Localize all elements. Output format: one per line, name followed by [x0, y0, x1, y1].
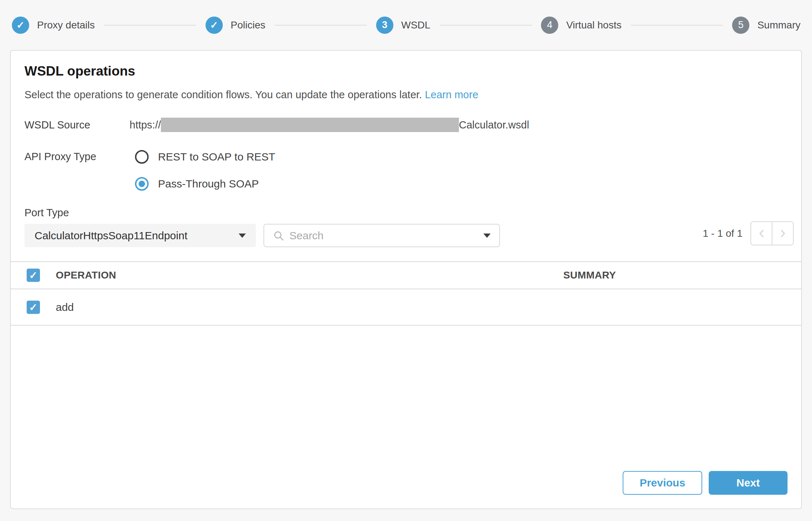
- step-number-badge: 4: [541, 17, 558, 34]
- step-virtual-hosts[interactable]: 4 Virtual hosts: [541, 17, 622, 34]
- step-summary[interactable]: 5 Summary: [732, 17, 800, 34]
- previous-page-button[interactable]: [751, 222, 772, 245]
- pager-group: [750, 221, 794, 245]
- step-label: Proxy details: [37, 19, 95, 31]
- row-checkbox[interactable]: ✓: [27, 300, 40, 314]
- summary-column-header: SUMMARY: [563, 269, 616, 281]
- redacted-url-block: [161, 118, 459, 132]
- radio-option-label: Pass-Through SOAP: [158, 178, 259, 190]
- step-connector: [104, 25, 196, 26]
- step-connector: [631, 25, 723, 26]
- caret-down-icon: [239, 234, 246, 238]
- next-button[interactable]: Next: [709, 471, 788, 495]
- step-complete-icon: ✓: [12, 17, 29, 34]
- search-icon: [273, 230, 284, 241]
- step-connector: [275, 25, 366, 26]
- port-type-selected-value: CalculatorHttpsSoap11Endpoint: [35, 230, 188, 242]
- subtitle-text: Select the operations to generate condit…: [24, 89, 422, 100]
- page-subtitle: Select the operations to generate condit…: [24, 89, 478, 101]
- operation-cell: add: [56, 301, 74, 313]
- step-complete-icon: ✓: [206, 17, 223, 34]
- step-wsdl[interactable]: 3 WSDL: [376, 17, 430, 34]
- step-number-badge: 3: [376, 17, 393, 34]
- api-proxy-type-label: API Proxy Type: [24, 151, 96, 163]
- step-policies[interactable]: ✓ Policies: [206, 17, 265, 34]
- next-page-button[interactable]: [772, 222, 793, 245]
- step-label: WSDL: [401, 19, 430, 31]
- search-input[interactable]: [289, 230, 483, 242]
- wsdl-source-label: WSDL Source: [24, 119, 130, 131]
- wsdl-url-prefix: https://: [130, 119, 161, 131]
- wsdl-operations-card: WSDL operations Select the operations to…: [10, 50, 802, 509]
- pagination-range: 1 - 1 of 1: [703, 228, 743, 239]
- radio-checked-icon[interactable]: [135, 177, 149, 191]
- select-all-checkbox[interactable]: ✓: [27, 269, 40, 282]
- previous-button[interactable]: Previous: [623, 471, 702, 495]
- check-icon: ✓: [29, 269, 37, 281]
- pagination: 1 - 1 of 1: [703, 221, 794, 245]
- radio-pass-through-soap[interactable]: Pass-Through SOAP: [135, 177, 259, 191]
- wsdl-source-row: WSDL Source https://Calculator.wsdl: [24, 117, 788, 133]
- radio-option-label: REST to SOAP to REST: [158, 151, 275, 163]
- port-type-select[interactable]: CalculatorHttpsSoap11Endpoint: [24, 224, 256, 247]
- port-type-label: Port Type: [24, 207, 69, 219]
- wsdl-source-value: https://Calculator.wsdl: [130, 118, 529, 132]
- page-title: WSDL operations: [24, 64, 135, 79]
- step-connector: [440, 25, 532, 26]
- step-number-badge: 5: [732, 17, 749, 34]
- radio-unchecked-icon[interactable]: [135, 150, 149, 164]
- step-label: Virtual hosts: [566, 19, 622, 31]
- radio-rest-to-soap-to-rest[interactable]: REST to SOAP to REST: [135, 150, 275, 164]
- radio-dot: [139, 181, 145, 187]
- chevron-right-icon: [777, 227, 789, 240]
- step-label: Policies: [231, 19, 265, 31]
- table-row[interactable]: ✓ add: [11, 289, 801, 326]
- operation-column-header: OPERATION: [56, 269, 116, 281]
- operations-table-header: ✓ OPERATION SUMMARY: [11, 261, 801, 289]
- check-icon: ✓: [29, 301, 37, 313]
- caret-down-icon: [483, 234, 491, 238]
- wizard-stepper: ✓ Proxy details ✓ Policies 3 WSDL 4 Virt…: [12, 0, 800, 50]
- step-proxy-details[interactable]: ✓ Proxy details: [12, 17, 95, 34]
- learn-more-link[interactable]: Learn more: [425, 89, 478, 100]
- step-label: Summary: [757, 19, 800, 31]
- chevron-left-icon: [755, 227, 768, 240]
- wsdl-url-suffix: Calculator.wsdl: [459, 119, 529, 131]
- search-box[interactable]: [263, 224, 500, 247]
